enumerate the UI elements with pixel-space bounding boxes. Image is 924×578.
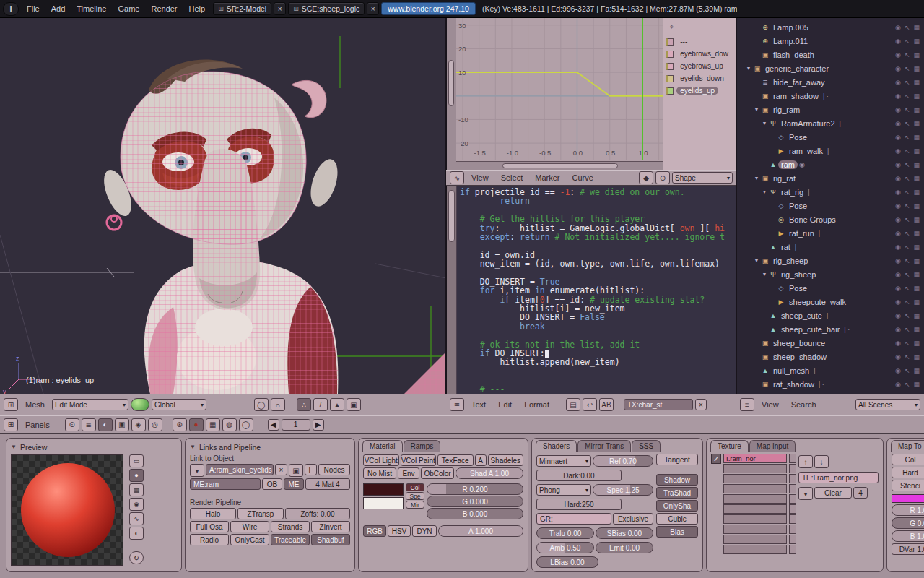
outliner[interactable]: ⊛Lamp.005◉↖▦⊛Lamp.011◉↖▦▣flash_death◉↖▦▼…	[736, 18, 924, 394]
orientation-dropdown[interactable]: Global▾	[152, 399, 206, 410]
trashad-button[interactable]: TraShad	[656, 487, 698, 499]
b-slider[interactable]: B 1.000	[892, 530, 924, 542]
texture-slot-toggle[interactable]	[789, 454, 796, 463]
outliner-item-generic-character[interactable]: ▼▣generic_character◉↖▦	[737, 61, 924, 75]
tab-map-to[interactable]: Map To	[891, 440, 924, 452]
restrict-view-icon[interactable]: ◉	[895, 298, 901, 306]
restrict-render-icon[interactable]: ▦	[913, 175, 920, 182]
editor-type-icon[interactable]: ⊞	[4, 418, 18, 431]
outliner-item-sheep-cute-hair[interactable]: ▲sheep_cute_hair| ·◉↖▦	[737, 322, 924, 336]
texture-slot-toggle[interactable]	[789, 474, 796, 483]
restrict-select-icon[interactable]: ↖	[905, 202, 910, 210]
restrict-select-icon[interactable]: ↖	[905, 147, 910, 155]
outliner-item-lamp-011[interactable]: ⊛Lamp.011◉↖▦	[737, 34, 924, 48]
material-slot-field[interactable]: 4 Mat 4	[305, 478, 350, 490]
panel-header[interactable]: ▼Links and Pipeline	[190, 441, 350, 452]
restrict-select-icon[interactable]: ↖	[905, 38, 910, 45]
menu-edit[interactable]: Edit	[493, 400, 517, 409]
frame-number-field[interactable]: 1	[282, 419, 310, 431]
restrict-view-icon[interactable]: ◉	[895, 175, 901, 182]
hard-field[interactable]: Hard:250	[536, 499, 622, 510]
expand-triangle-icon[interactable]: ▼	[753, 176, 760, 181]
radiosity-buttons-icon[interactable]: ◍	[222, 418, 237, 431]
version-button[interactable]: www.blender.org 247.10	[381, 2, 476, 15]
spec-shader-dropdown[interactable]: Phong▾	[536, 484, 591, 496]
tab-map-input[interactable]: Map Input	[749, 440, 796, 452]
texture-datablock-field[interactable]: TE:I.ram_nor.png	[798, 472, 879, 483]
texture-browse-icon[interactable]: ▾	[798, 487, 813, 500]
restrict-render-icon[interactable]: ▦	[913, 202, 920, 210]
outliner-item-rig-ram[interactable]: ▼▣rig_ram◉↖▦	[737, 103, 924, 116]
restrict-render-icon[interactable]: ▦	[913, 285, 920, 292]
restrict-render-icon[interactable]: ▦	[913, 216, 920, 223]
outliner-item-ram-walk[interactable]: ▶ram_walk|◉↖▦	[737, 144, 924, 158]
spe-button[interactable]: Spe	[406, 492, 424, 500]
hard-button[interactable]: Hard	[892, 467, 924, 478]
restrict-render-icon[interactable]: ▦	[913, 51, 920, 59]
restrict-render-icon[interactable]: ▦	[913, 147, 920, 155]
panel-header[interactable]: ▼Preview	[11, 441, 177, 452]
tab-mirror-trans[interactable]: Mirror Trans	[578, 440, 631, 452]
lbias-slider[interactable]: LBias 0.00	[536, 556, 598, 568]
expand-triangle-icon[interactable]: ▼	[761, 272, 768, 277]
mir-button[interactable]: Mir	[406, 501, 424, 509]
restrict-select-icon[interactable]: ↖	[905, 65, 910, 72]
keyframe-icon[interactable]: ◆	[639, 171, 653, 184]
restrict-view-icon[interactable]: ◉	[895, 92, 901, 100]
texture-slot-toggle[interactable]	[789, 545, 796, 554]
edge-select-icon[interactable]: /	[313, 398, 328, 411]
preview-sphere-icon[interactable]: ●	[129, 469, 144, 482]
restrict-render-icon[interactable]: ▦	[913, 92, 920, 100]
restrict-select-icon[interactable]: ↖	[905, 353, 910, 361]
scene-filter-dropdown[interactable]: All Scenes▾	[855, 399, 920, 410]
shading-buttons-icon[interactable]: ◐	[98, 418, 113, 431]
texture-slot-empty[interactable]	[723, 545, 787, 554]
restrict-select-icon[interactable]: ↖	[905, 24, 910, 31]
expand-triangle-icon[interactable]: ▼	[753, 107, 760, 112]
editor-type-icon[interactable]: ∿	[450, 171, 464, 184]
emit-slider[interactable]: Emit 0.00	[596, 542, 653, 553]
restrict-view-icon[interactable]: ◉	[895, 147, 901, 155]
expand-triangle-icon[interactable]: ▼	[761, 189, 768, 194]
unlink-text-button[interactable]: ×	[695, 399, 707, 410]
restrict-render-icon[interactable]: ▦	[913, 326, 920, 333]
restrict-render-icon[interactable]: ▦	[913, 38, 920, 45]
texture-buttons-icon[interactable]: ▦	[206, 418, 220, 431]
restrict-select-icon[interactable]: ↖	[905, 257, 910, 264]
ipo-horizontal-scrollbar[interactable]	[456, 161, 663, 170]
editor-type-icon[interactable]: ⊞	[4, 398, 18, 411]
restrict-render-icon[interactable]: ▦	[913, 367, 920, 374]
texface-button[interactable]: TexFace	[437, 454, 474, 466]
ob-button[interactable]: OB	[262, 478, 282, 490]
ram-character-mesh[interactable]	[98, 59, 342, 394]
restrict-render-icon[interactable]: ▦	[913, 381, 920, 388]
texture-slot-empty[interactable]	[723, 535, 787, 544]
sbias-slider[interactable]: SBias 0.00	[596, 527, 653, 539]
outliner-item-rig-rat[interactable]: ▼▣rig_rat◉↖▦	[737, 171, 924, 185]
texture-slot-toggle[interactable]	[789, 464, 796, 473]
texture-slot-empty[interactable]	[723, 484, 787, 493]
material-buttons-icon[interactable]: ●	[189, 418, 204, 431]
tab-ramps[interactable]: Ramps	[404, 440, 441, 452]
vcol-paint-button[interactable]: VCol Paint	[401, 454, 437, 466]
restrict-render-icon[interactable]: ▦	[913, 230, 920, 237]
restrict-render-icon[interactable]: ▦	[913, 271, 920, 278]
vcol-light-button[interactable]: VCol Light	[363, 454, 399, 466]
restrict-view-icon[interactable]: ◉	[895, 312, 901, 319]
restrict-view-icon[interactable]: ◉	[895, 353, 901, 361]
restrict-render-icon[interactable]: ▦	[913, 340, 920, 347]
menu-view[interactable]: View	[757, 400, 784, 409]
restrict-select-icon[interactable]: ↖	[905, 285, 910, 292]
restrict-render-icon[interactable]: ▦	[913, 65, 920, 72]
diffuse-shader-dropdown[interactable]: Minnaert▾	[536, 455, 591, 467]
b-slider[interactable]: B 0.000	[427, 508, 523, 519]
tab-texture[interactable]: Texture	[710, 440, 749, 452]
restrict-render-icon[interactable]: ▦	[913, 79, 920, 86]
fullosa-button[interactable]: Full Osa	[190, 521, 229, 532]
tab-shaders[interactable]: Shaders	[536, 440, 577, 452]
outliner-item-bone-groups[interactable]: ◎Bone Groups◉↖▦	[737, 212, 924, 226]
exclusive-button[interactable]: Exclusive	[613, 513, 653, 525]
syntax-highlight-icon[interactable]: AB	[599, 398, 614, 411]
restrict-select-icon[interactable]: ↖	[905, 340, 910, 347]
preview-refresh-icon[interactable]: ↻	[129, 551, 144, 564]
